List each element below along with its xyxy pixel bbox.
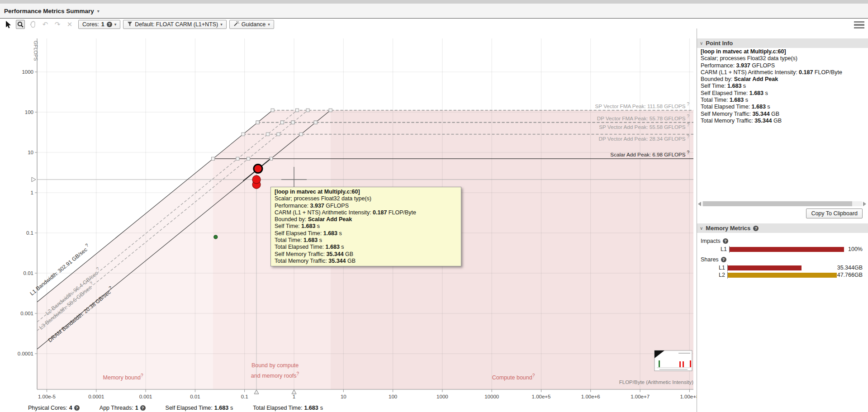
detail-line: Bounded by: Scalar Add Peak [275,216,457,223]
roof-label: DP Vector Add Peak: 28.34 GFLOPS ? [599,134,690,142]
memory-metrics-header[interactable]: ∨ Memory Metrics ? [697,223,868,233]
tooltip-title: [loop in matvec at Multiply.c:60] [275,189,457,195]
detail-line: Self Time: 1.683 s [701,83,864,90]
y-tick-label: 0.001 [20,311,33,316]
zone-label: Memory bound? [103,373,143,381]
x-tick-label: 1.00e+7 [631,394,650,399]
impacts-label: Impacts ? [701,238,863,244]
detail-line: Self Memory Traffic: 35.344 GB [275,251,457,258]
detail-line: CARM (L1 + NTS) Arithmetic Intensity: 0.… [275,209,457,216]
x-tick-label: 1000 [436,394,448,399]
detail-line: Total Memory Traffic: 35.344 GB [701,118,864,124]
help-icon[interactable]: ? [140,405,146,411]
x-axis-marker[interactable] [292,390,296,394]
metric-bar-row: L1100% [701,246,863,253]
scroll-right-icon[interactable] [863,202,866,206]
detail-line: Total Elapsed Time: 1.683 s [275,244,457,251]
detail-line: Total Elapsed Time: 1.683 s [701,104,864,110]
x-tick-label: 1 [293,394,295,399]
detail-line: Bounded by: Scalar Add Peak [701,76,864,83]
detail-line: Self Elapsed Time: 1.683 s [701,90,864,97]
point-info-content: [loop in matvec at Multiply.c:60] Scalar… [697,48,868,124]
roof-label: Scalar Add Peak: 6.98 GFLOPS ? [610,150,689,157]
impacts-chart: L1100% [701,246,863,253]
x-axis-title: FLOP/Byte (Arithmetic Intensity) [619,379,693,385]
x-tick-label: 100 [389,394,397,399]
scrollbar-thumb[interactable] [703,201,852,206]
x-tick-label: 10000 [484,394,499,399]
y-axis-title: GFLOPS [33,41,38,61]
y-tick-label: 0.0001 [18,351,33,356]
x-axis-marker[interactable] [254,390,259,394]
point-info-title: [loop in matvec at Multiply.c:60] [701,48,864,55]
y-tick-label: 0.1 [26,230,33,236]
roof-label: DP Vector FMA Peak: 55.78 GFLOPS ? [597,114,690,121]
shares-help-icon[interactable]: ? [721,257,726,262]
point-tooltip: [loop in matvec at Multiply.c:60] Scalar… [270,187,461,266]
metric-bar [728,273,837,278]
tooltip-subtitle: Scalar; processes Float32 data type(s) [275,195,457,202]
collapse-chevron-icon[interactable]: ∨ [700,41,703,46]
x-tick-label: 0.0001 [88,394,104,399]
memory-metrics-help-icon[interactable]: ? [753,226,759,231]
tooltip-fields: Performance: 3.937 GFLOPSCARM (L1 + NTS)… [275,203,457,265]
copy-to-clipboard-button[interactable]: Copy To Clipboard [806,208,863,218]
status-item: Total Elapsed Time: 1.683 s [253,405,323,411]
shares-label: Shares ? [701,256,863,263]
scroll-left-icon[interactable] [698,202,701,206]
detail-line: Self Memory Traffic: 35.344 GB [701,111,864,118]
zone-label: and memory roofs? [251,371,299,379]
y-tick-label: 0.01 [24,270,33,276]
x-tick-label: 0.1 [241,394,248,399]
help-icon[interactable]: ? [74,405,80,411]
metric-bar [728,265,802,270]
point-info-header[interactable]: ∨ Point Info [697,38,868,48]
status-item: Self Elapsed Time: 1.683 s [166,405,233,411]
y-axis-marker[interactable] [32,177,36,182]
x-tick-label: 0.01 [190,394,200,399]
x-tick-label: 1.00e+6 [581,394,600,399]
zone-memory-bound [37,159,213,389]
impacts-help-icon[interactable]: ? [723,238,728,244]
selected-loop-point[interactable] [254,165,262,173]
point-info-header-label: Point Info [706,40,733,47]
loop-point[interactable] [214,235,218,239]
right-panel: ∨ Point Info [loop in matvec at Multiply… [697,28,868,412]
metric-bar-row: L247.766GB [701,271,863,279]
detail-line: Total Time: 1.683 s [275,237,457,244]
x-tick-label: 10 [341,394,346,399]
memory-metrics-body: Impacts ? L1100% Shares ? L135.344GBL247… [697,234,868,279]
point-info-subtitle: Scalar; processes Float32 data type(s) [701,55,864,62]
y-tick-label: 100 [25,109,33,115]
status-item: App Threads: 1? [100,405,146,411]
zone-label: Compute bound? [492,373,535,381]
loop-point[interactable] [252,175,261,184]
detail-line: Performance: 3.937 GFLOPS [701,62,864,69]
detail-line: Self Time: 1.683 s [275,223,457,230]
y-tick-label: 10 [28,150,33,155]
x-tick-label: 1.00e+5 [532,394,551,399]
status-item: Physical Cores: 4? [28,405,80,411]
detail-line: Self Elapsed Time: 1.683 s [275,230,457,237]
y-tick-label: 1 [31,190,33,195]
point-info-hscrollbar[interactable] [698,201,866,207]
metric-bar-row: L135.344GB [701,264,863,271]
x-tick-label: 0.001 [139,394,152,399]
point-info-fields: Performance: 3.937 GFLOPSCARM (L1 + NTS)… [701,62,864,125]
roof-label: SP Vector Add Peak: 55.58 GFLOPS ? [599,123,689,130]
detail-line: Total Memory Traffic: 35.344 GB [275,258,457,265]
y-tick-label: 1000 [22,69,33,75]
x-tick-label: 1.00e-5 [38,394,56,399]
zone-label: Bound by compute [251,362,299,369]
collapse-chevron-icon[interactable]: ∨ [700,226,703,231]
status-bar: Physical Cores: 4?App Threads: 1?Self El… [0,403,697,412]
detail-line: Performance: 3.937 GFLOPS [275,203,457,209]
detail-line: CARM (L1 + NTS) Arithmetic Intensity: 0.… [701,69,864,76]
shares-chart: L135.344GBL247.766GB [701,264,863,279]
detail-line: Total Time: 1.683 s [701,97,864,104]
metric-bar [730,247,844,252]
memory-metrics-header-label: Memory Metrics [706,225,750,232]
roof-label: SP Vector FMA Peak: 111.58 GFLOPS ? [595,102,690,109]
